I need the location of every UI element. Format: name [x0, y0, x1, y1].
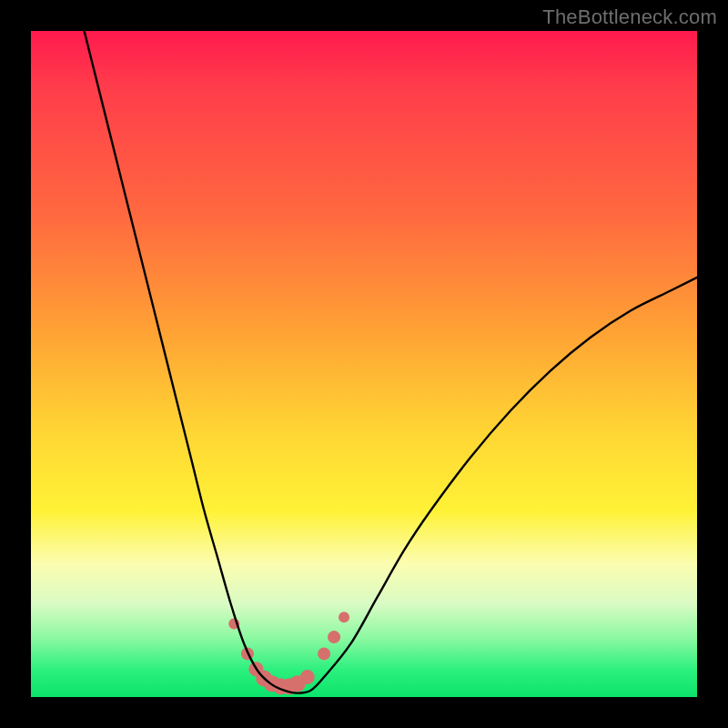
highlight-dot: [339, 612, 349, 622]
highlight-dot: [318, 647, 330, 660]
highlight-dot: [328, 631, 340, 643]
highlight-markers: [228, 612, 349, 694]
bottleneck-curve-svg: [31, 31, 697, 697]
bottleneck-curve: [85, 31, 697, 693]
watermark-text: TheBottleneck.com: [542, 5, 717, 29]
highlight-dot: [300, 670, 315, 684]
chart-frame: TheBottleneck.com: [0, 0, 728, 728]
plot-area: [31, 31, 697, 697]
